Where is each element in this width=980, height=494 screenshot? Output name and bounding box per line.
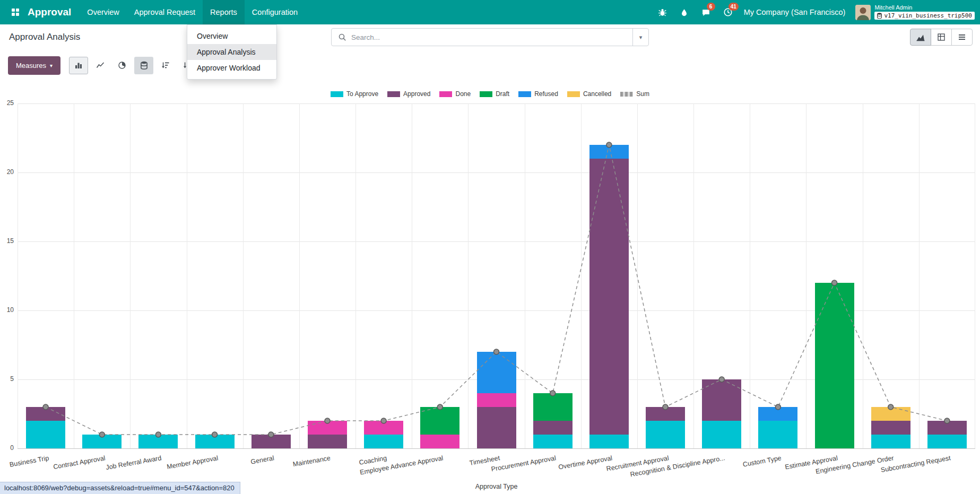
sum-point[interactable] [832,280,837,285]
legend-item-refused[interactable]: Refused [518,90,558,98]
legend-label: Draft [496,90,509,98]
line-chart-button[interactable] [91,57,110,74]
database-icon [877,13,882,19]
pivot-view-icon [937,33,946,41]
pie-chart-icon [118,61,126,70]
sum-point[interactable] [212,432,218,437]
caret-down-icon: ▾ [50,63,53,68]
chart-type-group [69,57,197,74]
avatar [855,5,871,20]
control-panel: Approval Analysis ▾ [0,24,980,50]
bar-chart-button[interactable] [69,57,88,74]
sum-point[interactable] [325,418,330,423]
legend-swatch [387,91,400,97]
graph-view-button[interactable] [910,29,931,46]
user-menu[interactable]: Mitchell Admin v17_viin_business_trip500 [855,5,975,20]
database-tag: v17_viin_business_trip500 [874,12,975,20]
company-switcher[interactable]: My Company (San Francisco) [744,8,846,16]
list-view-button[interactable] [951,29,973,46]
main-menu: OverviewApproval RequestReportsConfigura… [80,0,305,24]
sum-point[interactable] [99,432,105,437]
sum-point[interactable] [606,142,612,148]
legend-label: Sum [636,90,649,98]
legend-label: Done [455,90,471,98]
sort-desc-icon [161,61,170,70]
y-tick-label: 25 [0,99,14,107]
search-box: ▾ [331,28,649,46]
stacked-button[interactable] [134,57,153,74]
dropdown-item-approver-workload[interactable]: Approver Workload [187,60,276,76]
activities-badge: 41 [729,3,739,11]
nav-item-overview[interactable]: Overview [80,0,126,24]
sum-point[interactable] [43,404,48,410]
sum-point[interactable] [381,418,386,423]
x-tick-label: Procurement Approval [491,454,557,473]
browser-status-url: localhost:8069/web?debug=assets&reload=t… [0,482,240,494]
legend-item-to-approve[interactable]: To Approve [331,90,378,98]
search-icon [332,33,351,41]
y-tick-label: 5 [0,375,14,383]
legend-swatch [331,91,343,97]
legend-label: Refused [534,90,558,98]
legend-item-cancelled[interactable]: Cancelled [567,90,611,98]
y-tick-label: 15 [0,237,14,245]
bar-chart-icon [74,61,83,70]
sum-point[interactable] [268,432,274,437]
nav-item-configuration[interactable]: Configuration [245,0,305,24]
nav-item-approval-request[interactable]: Approval Request [127,0,203,24]
top-navbar: Approval OverviewApproval RequestReports… [0,0,980,24]
legend-label: Approved [403,90,430,98]
droplet-icon[interactable] [679,6,690,18]
dropdown-item-approval-analysis[interactable]: Approval Analysis [187,44,276,60]
sum-point[interactable] [550,391,556,396]
x-tick-label: Recognition & Discipline Appro... [629,454,725,478]
x-tick-label: Contract Approval [53,454,106,471]
y-tick-label: 10 [0,306,14,314]
messages-icon[interactable]: 6 [700,6,712,18]
sum-point[interactable] [719,377,724,382]
search-dropdown-toggle[interactable]: ▾ [632,29,648,46]
legend-item-approved[interactable]: Approved [387,90,430,98]
app-name[interactable]: Approval [28,6,71,18]
sum-point[interactable] [888,404,894,410]
x-tick-label: Maintenance [292,454,331,468]
apps-grid-icon[interactable] [6,0,24,24]
sum-line [18,103,975,448]
dropdown-item-overview[interactable]: Overview [187,28,276,44]
legend-swatch [480,91,492,97]
sum-point[interactable] [437,404,443,410]
x-tick-label: Job Referral Award [106,454,162,471]
pivot-view-button[interactable] [931,29,952,46]
bug-icon[interactable] [657,6,669,18]
user-name: Mitchell Admin [874,5,912,11]
nav-item-reports[interactable]: Reports [203,0,245,24]
search-input[interactable] [351,33,632,41]
pie-chart-button[interactable] [112,57,132,74]
breadcrumb-title: Approval Analysis [9,24,80,50]
list-view-icon [958,33,966,41]
x-tick-label: Member Approval [166,454,219,471]
sum-point[interactable] [155,432,161,437]
messages-badge: 6 [707,3,715,11]
user-meta: Mitchell Admin v17_viin_business_trip500 [874,5,975,20]
chart-legend: To ApproveApprovedDoneDraftRefusedCancel… [0,90,980,98]
line-chart-icon [96,61,105,70]
gridline-horizontal [18,448,975,449]
reports-dropdown-menu: OverviewApproval AnalysisApprover Worklo… [187,24,277,80]
legend-item-draft[interactable]: Draft [480,90,509,98]
stacked-icon [140,61,148,70]
activities-clock-icon[interactable]: 41 [722,6,734,18]
sum-point[interactable] [944,418,950,423]
sort-desc-button[interactable] [156,57,175,74]
graph-view-icon [916,33,925,41]
x-tick-label: General [250,454,275,466]
measures-button[interactable]: Measures▾ [8,56,60,75]
graph-toolbar: Measures▾ [0,50,980,81]
legend-item-done[interactable]: Done [439,90,471,98]
sum-point[interactable] [775,404,780,410]
sum-point[interactable] [494,349,499,354]
legend-item-sum[interactable]: Sum [620,90,649,98]
sum-point[interactable] [663,404,668,410]
legend-swatch [620,92,633,97]
legend-swatch [439,91,452,97]
